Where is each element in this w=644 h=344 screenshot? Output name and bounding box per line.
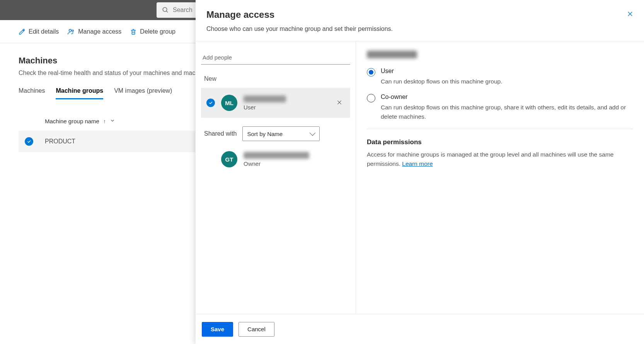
radio-description: Can run desktop flows on this machine gr… xyxy=(381,77,633,86)
radio-body: User Can run desktop flows on this machi… xyxy=(381,68,633,86)
svg-point-3 xyxy=(72,30,73,31)
avatar: ML xyxy=(221,95,237,111)
panel-subtitle: Choose who can use your machine group an… xyxy=(206,26,633,32)
svg-point-2 xyxy=(69,29,72,31)
person-text: User xyxy=(244,95,328,111)
person-text: Owner xyxy=(244,152,345,167)
manage-access-label: Manage access xyxy=(78,28,121,35)
data-permissions-title: Data permissions xyxy=(367,138,633,146)
sort-dropdown[interactable]: Sort by Name xyxy=(242,126,320,141)
column-name-header[interactable]: Machine group name ↑ xyxy=(45,118,106,124)
close-icon xyxy=(336,99,342,106)
add-people-input[interactable] xyxy=(201,51,350,65)
radio-icon[interactable] xyxy=(367,94,375,102)
pencil-icon xyxy=(19,28,26,35)
radio-body: Co-owner Can run desktop flows on this m… xyxy=(381,94,633,121)
tab-machines[interactable]: Machines xyxy=(19,87,45,99)
role-radio-coowner[interactable]: Co-owner Can run desktop flows on this m… xyxy=(367,94,633,121)
svg-point-0 xyxy=(163,7,167,12)
radio-description: Can run desktop flows on this machine gr… xyxy=(381,103,633,121)
edit-details-label: Edit details xyxy=(29,28,59,35)
person-name-redacted xyxy=(244,152,309,159)
panel-left-column: New ML User Shared with xyxy=(196,41,356,314)
person-role: User xyxy=(244,104,328,111)
save-button[interactable]: Save xyxy=(202,322,233,337)
shared-with-label: Shared with xyxy=(204,130,237,137)
svg-line-1 xyxy=(166,11,168,12)
panel-right-column: User Can run desktop flows on this machi… xyxy=(356,41,644,314)
radio-icon[interactable] xyxy=(367,68,375,77)
panel-footer: Save Cancel xyxy=(196,314,644,344)
edit-details-button[interactable]: Edit details xyxy=(19,28,59,35)
person-selected-icon xyxy=(206,99,215,107)
panel-close-button[interactable] xyxy=(625,9,635,19)
cancel-button[interactable]: Cancel xyxy=(239,322,274,337)
person-row-shared[interactable]: GT Owner xyxy=(201,144,350,174)
avatar: GT xyxy=(221,151,237,167)
people-icon xyxy=(67,28,75,36)
person-name-redacted xyxy=(244,95,286,102)
role-radio-user[interactable]: User Can run desktop flows on this machi… xyxy=(367,68,633,86)
panel-body: New ML User Shared with xyxy=(196,41,644,314)
panel-title: Manage access xyxy=(206,9,633,20)
search-icon xyxy=(162,7,169,14)
selected-person-name-redacted xyxy=(367,51,417,58)
delete-group-button[interactable]: Delete group xyxy=(130,28,175,35)
radio-label: Co-owner xyxy=(381,94,633,100)
delete-group-label: Delete group xyxy=(140,28,175,35)
radio-label: User xyxy=(381,68,633,75)
sort-dropdown-value: Sort by Name xyxy=(247,131,283,137)
tab-vm-images[interactable]: VM images (preview) xyxy=(114,87,172,99)
manage-access-button[interactable]: Manage access xyxy=(67,28,121,36)
trash-icon xyxy=(130,28,137,35)
divider xyxy=(367,129,633,129)
close-icon xyxy=(627,10,634,17)
shared-with-row: Shared with Sort by Name xyxy=(204,126,350,141)
learn-more-link[interactable]: Learn more xyxy=(402,160,433,167)
sort-ascending-icon: ↑ xyxy=(103,118,106,124)
row-selected-icon[interactable] xyxy=(25,137,33,146)
manage-access-panel: Manage access Choose who can use your ma… xyxy=(196,0,644,344)
chevron-down-icon[interactable] xyxy=(110,118,115,124)
new-section-label: New xyxy=(204,75,350,82)
tab-machine-groups[interactable]: Machine groups xyxy=(56,87,103,99)
data-permissions-text: Access for machine groups is managed at … xyxy=(367,150,633,169)
panel-header: Manage access Choose who can use your ma… xyxy=(196,0,644,41)
row-name: PRODUCT xyxy=(45,138,75,145)
remove-person-button[interactable] xyxy=(334,97,345,109)
person-row-new[interactable]: ML User xyxy=(201,88,350,118)
person-role: Owner xyxy=(244,160,345,167)
column-name-label: Machine group name xyxy=(45,118,99,124)
